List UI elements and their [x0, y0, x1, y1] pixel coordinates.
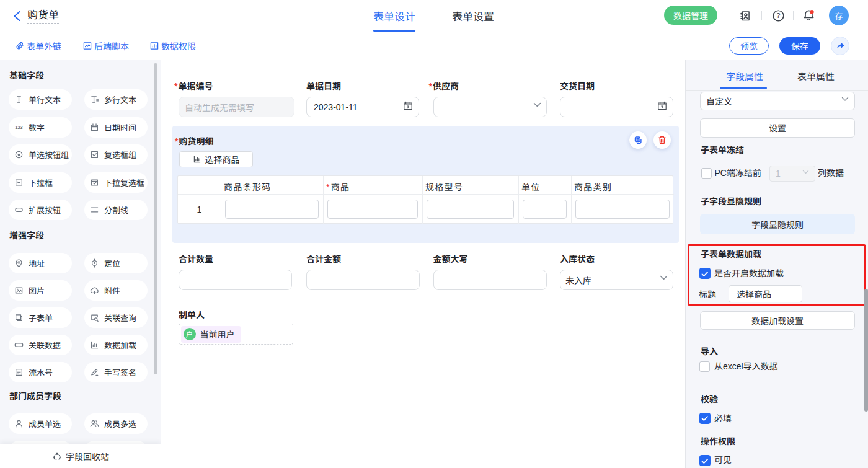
svg-text:?: ?: [777, 12, 781, 19]
svg-text:123: 123: [15, 125, 23, 130]
